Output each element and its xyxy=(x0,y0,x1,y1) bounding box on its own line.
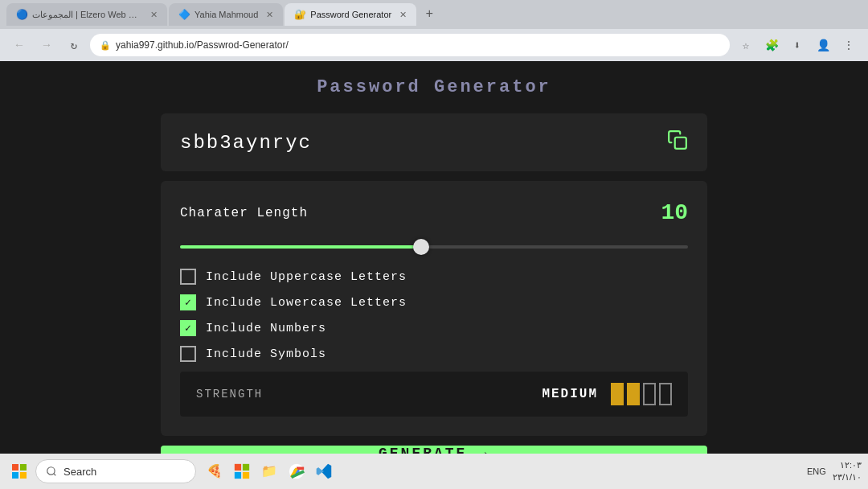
extension-button[interactable]: 🧩 xyxy=(760,34,783,56)
tab-1-title: المجموعات | Elzero Web School xyxy=(32,10,142,20)
svg-rect-6 xyxy=(243,472,249,479)
svg-rect-5 xyxy=(235,472,241,479)
taskbar-icon-chrome[interactable] xyxy=(285,459,309,483)
generate-button[interactable]: GENERATE → xyxy=(161,446,707,454)
profile-button[interactable]: 👤 xyxy=(812,34,834,56)
bookmark-button[interactable]: ☆ xyxy=(735,34,757,56)
copy-button[interactable] xyxy=(667,129,688,155)
checkbox-numbers-label[interactable]: Include Numbers xyxy=(206,322,326,335)
nav-bar: ← → ↻ 🔒 yahia997.github.io/Passwrod-Gene… xyxy=(0,29,868,61)
strength-label: STRENGTH xyxy=(196,388,263,401)
forward-button[interactable]: → xyxy=(35,34,58,56)
taskbar-clock: ۱۲:۰۳ ۲۳/۱/۱۰ xyxy=(833,459,862,484)
tab-3-title: Password Generator xyxy=(310,10,391,19)
checkbox-uppercase-box[interactable] xyxy=(180,269,196,285)
search-icon xyxy=(46,466,57,477)
password-display: sbb3aynryc xyxy=(180,132,312,154)
strength-indicators xyxy=(611,383,672,405)
svg-line-2 xyxy=(54,474,56,476)
taskbar-lang: ENG xyxy=(807,466,826,476)
strength-right: MEDIUM xyxy=(542,383,672,405)
strength-value: MEDIUM xyxy=(542,387,598,401)
nav-actions: ☆ 🧩 ⬇ 👤 ⋮ xyxy=(735,34,860,56)
page-title: Password Generator xyxy=(317,77,551,97)
char-length-value: 10 xyxy=(661,200,688,225)
taskbar-icon-vscode[interactable] xyxy=(312,459,336,483)
tab-3-favicon: 🔐 xyxy=(294,9,305,20)
checkbox-symbols-label[interactable]: Include Symbols xyxy=(206,347,326,361)
strength-block-1 xyxy=(611,383,624,405)
taskbar-icon-emoji[interactable]: 🍕 xyxy=(203,459,227,483)
tab-2-favicon: 🔷 xyxy=(178,9,190,20)
address-text: yahia997.github.io/Passwrod-Generator/ xyxy=(116,39,289,51)
taskbar-icon-colored[interactable] xyxy=(230,459,254,483)
checkbox-uppercase: Include Uppercase Letters xyxy=(180,269,688,285)
taskbar: Search 🍕 📁 xyxy=(0,454,868,489)
svg-rect-4 xyxy=(243,464,249,471)
back-button[interactable]: ← xyxy=(8,34,31,56)
new-tab-button[interactable]: + xyxy=(418,3,440,26)
download-button[interactable]: ⬇ xyxy=(786,34,809,56)
checkbox-lowercase-label[interactable]: Include Lowercase Letters xyxy=(206,296,407,310)
taskbar-date-display: ۲۳/۱/۱۰ xyxy=(833,471,862,483)
taskbar-icon-svg1 xyxy=(233,462,251,480)
svg-rect-3 xyxy=(235,464,241,471)
svg-point-1 xyxy=(47,467,55,475)
address-bar[interactable]: 🔒 yahia997.github.io/Passwrod-Generator/ xyxy=(90,34,730,56)
tab-2[interactable]: 🔷 Yahia Mahmoud ✕ xyxy=(169,3,283,26)
taskbar-search-text: Search xyxy=(63,466,96,478)
strength-block-3 xyxy=(643,383,656,405)
tab-1[interactable]: 🔵 المجموعات | Elzero Web School ✕ xyxy=(6,3,167,26)
tab-3-close[interactable]: ✕ xyxy=(399,10,407,20)
checkbox-lowercase: Include Lowercase Letters xyxy=(180,294,688,310)
taskbar-pinned-icons: 🍕 📁 xyxy=(203,459,336,483)
taskbar-time-display: ۱۲:۰۳ xyxy=(833,459,862,471)
checkbox-symbols: Include Symbols xyxy=(180,346,688,362)
vscode-icon xyxy=(315,462,333,480)
tab-2-title: Yahia Mahmoud xyxy=(194,10,258,19)
tab-3[interactable]: 🔐 Password Generator ✕ xyxy=(285,3,416,26)
taskbar-search-box[interactable]: Search xyxy=(35,459,196,483)
slider-container xyxy=(180,238,688,253)
char-length-label: Charater Length xyxy=(180,206,308,220)
checkbox-numbers-box[interactable] xyxy=(180,320,196,336)
tab-1-close[interactable]: ✕ xyxy=(150,10,158,20)
tab-1-favicon: 🔵 xyxy=(16,9,27,20)
strength-block-2 xyxy=(627,383,640,405)
strength-bar: STRENGTH MEDIUM xyxy=(180,372,688,417)
taskbar-icon-folder[interactable]: 📁 xyxy=(257,459,281,483)
checkbox-lowercase-box[interactable] xyxy=(180,294,196,310)
strength-block-4 xyxy=(659,383,672,405)
settings-card: Charater Length 10 Include Uppercase Let… xyxy=(161,181,707,436)
start-button[interactable] xyxy=(6,458,32,484)
main-content: Password Generator sbb3aynryc Charater L… xyxy=(0,61,868,454)
checkbox-uppercase-label[interactable]: Include Uppercase Letters xyxy=(206,270,407,284)
char-length-row: Charater Length 10 xyxy=(180,200,688,225)
checkbox-numbers: Include Numbers xyxy=(180,320,688,336)
taskbar-system: ENG ۱۲:۰۳ ۲۳/۱/۱۰ xyxy=(807,459,862,484)
length-slider[interactable] xyxy=(180,245,688,249)
tab-bar: 🔵 المجموعات | Elzero Web School ✕ 🔷 Yahi… xyxy=(0,0,868,29)
svg-rect-0 xyxy=(675,138,686,149)
refresh-button[interactable]: ↻ xyxy=(63,34,85,56)
checkbox-symbols-box[interactable] xyxy=(180,346,196,362)
browser-chrome: 🔵 المجموعات | Elzero Web School ✕ 🔷 Yahi… xyxy=(0,0,868,61)
menu-button[interactable]: ⋮ xyxy=(837,34,860,56)
lock-icon: 🔒 xyxy=(100,40,111,51)
password-card: sbb3aynryc xyxy=(161,113,707,171)
chrome-icon xyxy=(288,462,305,480)
tab-2-close[interactable]: ✕ xyxy=(266,10,273,20)
